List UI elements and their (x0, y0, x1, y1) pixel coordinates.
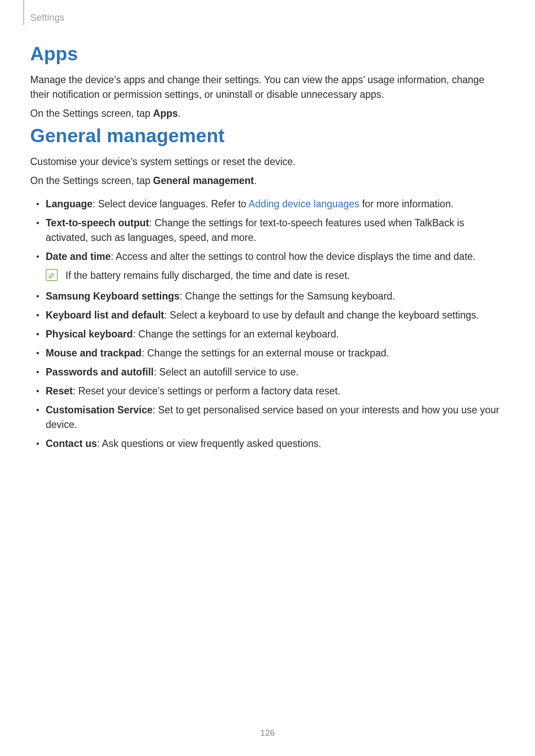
heading-general-management: General management (30, 125, 504, 147)
note-text: If the battery remains fully discharged,… (66, 268, 350, 283)
text: On the Settings screen, tap (30, 108, 153, 119)
item-text: : Change the settings for the Samsung ke… (180, 291, 395, 302)
list-item: Contact us: Ask questions or view freque… (46, 436, 504, 451)
apps-description: Manage the device’s apps and change thei… (30, 72, 504, 102)
item-label: Keyboard list and default (46, 309, 164, 321)
manual-page: Settings Apps Manage the device’s apps a… (0, 0, 535, 756)
apps-instruction: On the Settings screen, tap Apps. (30, 106, 504, 121)
item-text: : Select an autofill service to use. (154, 366, 299, 378)
heading-apps: Apps (30, 43, 504, 65)
item-text: : Ask questions or view frequently asked… (97, 438, 321, 449)
breadcrumb: Settings (30, 12, 65, 23)
item-text: : Change the settings for an external ke… (133, 328, 339, 340)
note: If the battery remains fully discharged,… (46, 268, 504, 283)
item-label: Text-to-speech output (46, 217, 149, 228)
list-item: Physical keyboard: Change the settings f… (46, 327, 504, 341)
page-content: Apps Manage the device’s apps and change… (30, 43, 504, 455)
item-text: : Reset your device’s settings or perfor… (73, 385, 341, 397)
text: On the Settings screen, tap (30, 175, 153, 186)
list-item: Reset: Reset your device’s settings or p… (46, 384, 504, 398)
list-item: Text-to-speech output: Change the settin… (46, 216, 504, 245)
item-text: : Select a keyboard to use by default an… (164, 309, 479, 321)
item-label: Language (46, 198, 93, 209)
note-icon (46, 269, 58, 281)
item-label: Reset (46, 385, 73, 397)
list-item: Mouse and trackpad: Change the settings … (46, 346, 504, 360)
item-label: Customisation Service (46, 404, 153, 415)
list-item: Language: Select device languages. Refer… (46, 197, 504, 211)
list-item: Date and time: Access and alter the sett… (46, 249, 504, 283)
list-item: Keyboard list and default: Select a keyb… (46, 308, 504, 322)
gm-option-list: Language: Select device languages. Refer… (30, 197, 504, 451)
item-label: Date and time (46, 251, 111, 262)
gm-bold-label: General management (153, 175, 254, 186)
apps-bold-label: Apps (153, 108, 178, 119)
list-item: Passwords and autofill: Select an autofi… (46, 365, 504, 379)
item-text: for more information. (360, 198, 454, 209)
item-text: : Access and alter the settings to contr… (111, 251, 476, 262)
gm-description: Customise your device’s system settings … (30, 154, 504, 169)
item-label: Passwords and autofill (46, 366, 154, 378)
item-label: Contact us (46, 438, 97, 449)
link-adding-device-languages[interactable]: Adding device languages (248, 198, 359, 209)
page-edge-tick (23, 0, 24, 25)
list-item: Customisation Service: Set to get person… (46, 403, 504, 432)
item-label: Mouse and trackpad (46, 347, 141, 359)
item-label: Samsung Keyboard settings (46, 291, 180, 302)
gm-instruction: On the Settings screen, tap General mana… (30, 173, 504, 188)
list-item: Samsung Keyboard settings: Change the se… (46, 289, 504, 303)
text: . (178, 108, 181, 119)
page-number: 126 (0, 728, 535, 738)
item-text: : Select device languages. Refer to (93, 198, 249, 209)
text: . (254, 175, 257, 186)
item-text: : Change the settings for an external mo… (141, 347, 389, 359)
item-label: Physical keyboard (46, 328, 133, 340)
